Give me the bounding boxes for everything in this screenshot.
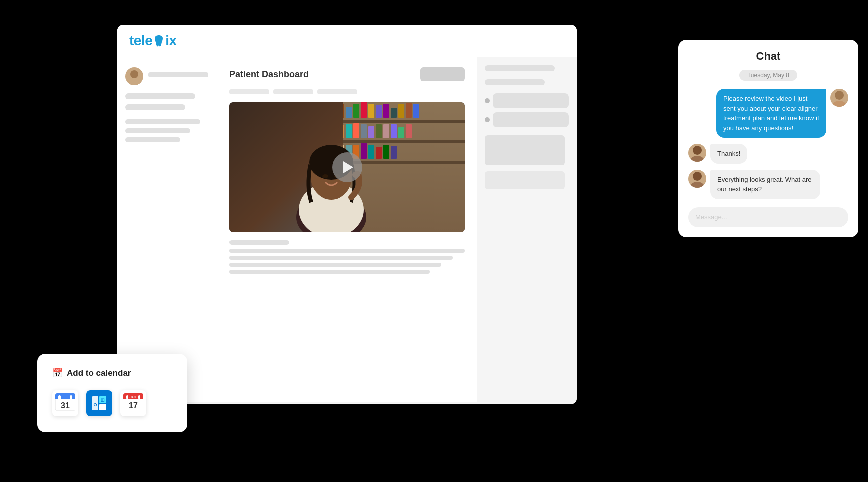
svg-point-31	[693, 146, 702, 155]
dashboard-title: Patient Dashboard	[229, 69, 309, 80]
meta-row	[229, 89, 465, 94]
svg-point-0	[130, 70, 138, 78]
patient-avatar-1	[688, 144, 706, 162]
window-body: Patient Dashboard	[117, 57, 577, 402]
svg-point-29	[835, 91, 844, 100]
svg-rect-27	[138, 395, 140, 399]
chat-message-bubble-3: Everything looks great. What are our nex…	[710, 170, 820, 199]
brand-logo: tele ix	[129, 33, 177, 49]
calendar-apps-row: 31 O ◫ JUL 17	[52, 390, 172, 416]
apple-calendar-icon: JUL 17	[123, 393, 143, 413]
dashboard-header: Patient Dashboard	[229, 67, 465, 81]
main-window: tele ix	[117, 25, 577, 404]
meta-pill-1	[229, 89, 269, 94]
chat-message-2: Thanks!	[688, 144, 848, 164]
chat-dot-1	[485, 98, 490, 103]
svg-rect-13	[58, 395, 61, 400]
video-person	[281, 122, 381, 232]
video-play-button[interactable]	[332, 152, 362, 182]
svg-point-33	[693, 172, 702, 181]
chat-messages-list: Please review the video I just sent you …	[688, 89, 848, 199]
chat-bubble-preview-2	[493, 112, 569, 127]
svg-point-1	[127, 79, 141, 85]
chat-message-bubble-2: Thanks!	[710, 144, 747, 164]
center-panel: Patient Dashboard	[217, 57, 477, 402]
play-triangle-icon	[343, 161, 353, 173]
svg-rect-14	[70, 395, 72, 400]
user-name-skeleton	[148, 72, 208, 80]
svg-text:◫: ◫	[101, 398, 105, 402]
apple-calendar-button[interactable]: JUL 17	[120, 390, 146, 416]
google-calendar-icon: 31	[55, 393, 75, 413]
svg-rect-18	[99, 404, 106, 410]
meta-pill-3	[317, 89, 357, 94]
dashboard-action-button[interactable]	[420, 67, 465, 81]
chat-message-3: Everything looks great. What are our nex…	[688, 170, 848, 199]
chat-input[interactable]: Message...	[688, 207, 848, 227]
user-avatar-row	[125, 67, 209, 85]
calendar-widget: 📅 Add to calendar 31 O	[37, 354, 187, 432]
chat-message-1: Please review the video I just sent you …	[688, 89, 848, 138]
doctor-avatar	[830, 89, 848, 107]
meta-pill-2	[273, 89, 313, 94]
svg-text:31: 31	[61, 401, 70, 410]
video-player[interactable]	[229, 102, 465, 232]
outlook-calendar-button[interactable]: O ◫	[86, 390, 112, 416]
svg-text:O: O	[93, 402, 97, 407]
svg-text:JUL: JUL	[129, 395, 137, 399]
avatar-image	[125, 67, 143, 85]
doctor-avatar-image	[830, 89, 848, 107]
patient-avatar-image-2	[688, 170, 706, 188]
app-header: tele ix	[117, 25, 577, 57]
chat-preview-row-1	[485, 93, 569, 108]
svg-text:17: 17	[129, 401, 138, 410]
chat-input-placeholder: Message...	[695, 213, 727, 221]
outlook-calendar-icon: O ◫	[90, 394, 108, 412]
chat-message-bubble-1: Please review the video I just sent you …	[716, 89, 826, 138]
tooth-logo-icon	[153, 34, 164, 47]
patient-avatar-2	[688, 170, 706, 188]
user-avatar	[125, 67, 143, 85]
svg-point-34	[690, 182, 704, 188]
chat-bubble-preview-1	[493, 93, 569, 108]
chat-widget: Chat Tuesday, May 8 Please review the vi…	[678, 40, 858, 237]
chat-date: Tuesday, May 8	[739, 70, 797, 81]
calendar-icon: 📅	[52, 368, 63, 378]
calendar-widget-title: 📅 Add to calendar	[52, 368, 172, 378]
chat-preview-row-2	[485, 112, 569, 127]
chat-title: Chat	[688, 50, 848, 63]
left-sidebar	[117, 57, 217, 402]
content-skeleton	[229, 240, 465, 274]
svg-rect-26	[126, 395, 128, 399]
right-panel	[477, 57, 577, 402]
chat-input-preview[interactable]	[485, 171, 565, 189]
svg-point-32	[690, 156, 704, 162]
google-calendar-button[interactable]: 31	[52, 390, 78, 416]
patient-avatar-image-1	[688, 144, 706, 162]
svg-point-7	[322, 174, 328, 178]
svg-point-30	[832, 101, 846, 107]
chat-dot-2	[485, 117, 490, 122]
